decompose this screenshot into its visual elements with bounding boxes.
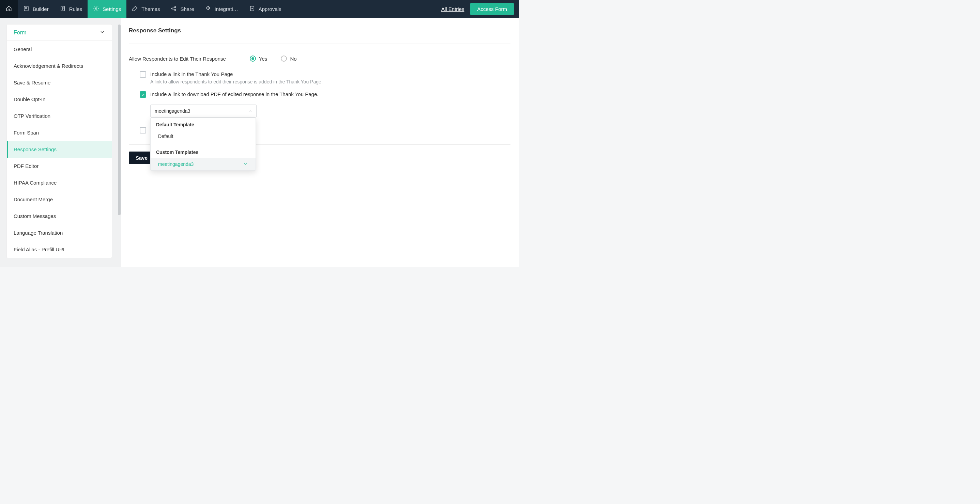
nav-tab-rules[interactable]: Rules (54, 0, 88, 18)
scrollbar-thumb[interactable] (118, 25, 121, 215)
nav-label: Integrati… (214, 6, 238, 12)
nav-label: Settings (103, 6, 121, 12)
checkbox-include-link[interactable] (140, 71, 146, 78)
check-icon (243, 161, 248, 167)
allow-edit-row: Allow Respondents to Edit Their Response… (129, 55, 511, 62)
builder-icon (23, 5, 29, 13)
sidebar-item-doc-merge[interactable]: Document Merge (7, 191, 112, 208)
nav-label: Approvals (259, 6, 282, 12)
access-form-wrap: Access Form (470, 0, 519, 18)
sidebar-section-form[interactable]: Form (7, 25, 112, 41)
template-select[interactable]: meetingagenda3 (150, 105, 256, 117)
sidebar: Form General Acknowledgement & Redirects… (7, 25, 112, 258)
sidebar-item-form-span[interactable]: Form Span (7, 124, 112, 141)
radio-selected-icon (250, 55, 256, 62)
opt-download-pdf-text: Include a link to download PDF of edited… (150, 91, 318, 97)
sidebar-item-hipaa[interactable]: HIPAA Compliance (7, 174, 112, 191)
template-dropdown: Default Template Default Custom Template… (150, 117, 256, 171)
rules-icon (60, 5, 66, 13)
radio-no-label: No (290, 56, 296, 62)
sidebar-item-double-optin[interactable]: Double Opt-In (7, 91, 112, 108)
svg-point-7 (95, 8, 97, 9)
checkbox-hidden[interactable] (140, 127, 146, 133)
nav-tab-builder[interactable]: Builder (18, 0, 54, 18)
radio-unselected-icon (281, 55, 287, 62)
nav-tab-approvals[interactable]: Approvals (243, 0, 287, 18)
allow-edit-radios: Yes No (250, 55, 297, 62)
check-icon (141, 93, 145, 97)
sidebar-item-otp-verification[interactable]: OTP Verification (7, 108, 112, 124)
dropdown-item-meetingagenda3[interactable]: meetingagenda3 (151, 158, 256, 170)
checkbox-download-pdf[interactable] (140, 91, 146, 98)
sidebar-item-save-resume[interactable]: Save & Resume (7, 74, 112, 91)
nav-label: Share (180, 6, 194, 12)
sidebar-item-pdf-editor[interactable]: PDF Editor (7, 158, 112, 174)
page-title: Response Settings (129, 27, 511, 44)
main-content: Response Settings Allow Respondents to E… (121, 18, 519, 267)
nav-label: Builder (33, 6, 49, 12)
sidebar-section-title: Form (14, 30, 26, 36)
nav-label: Themes (142, 6, 160, 12)
opt-download-pdf-row: Include a link to download PDF of edited… (140, 91, 511, 98)
integrations-icon (205, 5, 211, 13)
sidebar-item-general[interactable]: General (7, 41, 112, 57)
radio-no[interactable]: No (281, 55, 296, 62)
approvals-icon (249, 5, 255, 13)
sidebar-item-custom-messages[interactable]: Custom Messages (7, 208, 112, 224)
chevron-up-icon (248, 108, 252, 114)
radio-yes-label: Yes (259, 56, 267, 62)
sidebar-item-ack-redirects[interactable]: Acknowledgement & Redirects (7, 57, 112, 74)
template-select-wrap: meetingagenda3 Default Template Default … (150, 105, 256, 117)
sidebar-item-field-alias[interactable]: Field Alias - Prefill URL (7, 241, 112, 258)
dropdown-group-default: Default Template (151, 118, 256, 130)
sidebar-scrollbar[interactable] (118, 25, 121, 242)
dropdown-item-default[interactable]: Default (151, 130, 256, 143)
nav-tab-themes[interactable]: Themes (126, 0, 165, 18)
opt-include-link-title: Include a link in the Thank You Page (150, 71, 323, 77)
radio-yes[interactable]: Yes (250, 55, 267, 62)
nav-tab-settings[interactable]: Settings (88, 0, 126, 18)
nav-tab-share[interactable]: Share (165, 0, 199, 18)
home-button[interactable] (0, 0, 18, 18)
settings-icon (93, 5, 99, 13)
template-select-value: meetingagenda3 (155, 108, 190, 114)
opt-include-link-text: Include a link in the Thank You Page A l… (150, 71, 323, 84)
top-nav: Builder Rules Settings Themes Share Inte… (0, 0, 519, 18)
sidebar-item-response-settings[interactable]: Response Settings (7, 141, 112, 158)
sidebar-item-language-translation[interactable]: Language Translation (7, 224, 112, 241)
dropdown-item-label: Default (158, 133, 173, 139)
svg-line-11 (173, 7, 175, 8)
chevron-down-icon (100, 29, 105, 36)
dropdown-divider (153, 144, 253, 144)
svg-line-12 (173, 8, 175, 10)
sidebar-container: Form General Acknowledgement & Redirects… (0, 18, 121, 267)
access-form-button[interactable]: Access Form (470, 3, 514, 15)
dropdown-group-custom: Custom Templates (151, 146, 256, 158)
spacer (286, 0, 435, 18)
opt-download-pdf-title: Include a link to download PDF of edited… (150, 91, 318, 97)
home-icon (6, 5, 12, 13)
share-icon (171, 5, 177, 13)
opt-include-link-desc: A link to allow respondents to edit thei… (150, 79, 323, 84)
nav-label: Rules (69, 6, 82, 12)
allow-edit-label: Allow Respondents to Edit Their Response (129, 56, 226, 62)
opt-include-link-row: Include a link in the Thank You Page A l… (140, 71, 511, 84)
nav-tab-integrations[interactable]: Integrati… (199, 0, 243, 18)
all-entries-link[interactable]: All Entries (435, 0, 471, 18)
dropdown-item-label: meetingagenda3 (158, 162, 194, 167)
themes-icon (132, 5, 138, 13)
